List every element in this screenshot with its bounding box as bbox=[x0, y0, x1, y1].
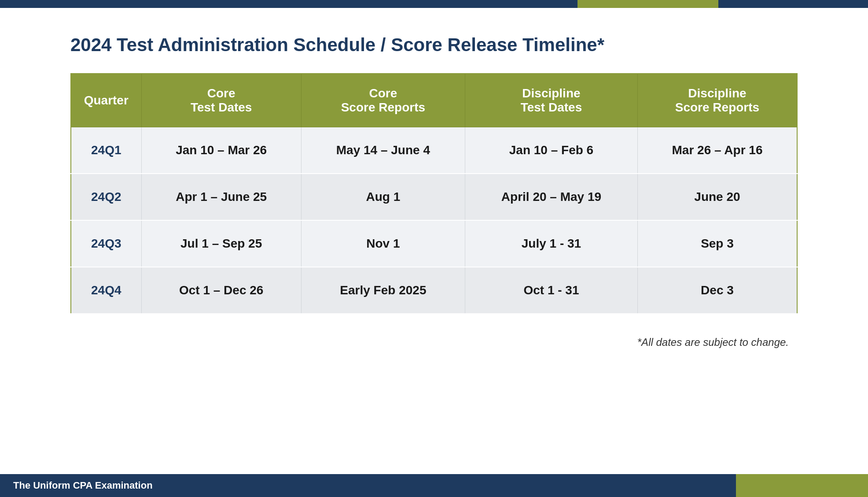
cell-discipline-score-reports-3: Sep 3 bbox=[637, 220, 797, 267]
col-header-core-score-reports: Core Score Reports bbox=[301, 74, 465, 127]
cell-core-score-reports-2: Aug 1 bbox=[301, 174, 465, 220]
col-header-core-test-dates: Core Test Dates bbox=[141, 74, 301, 127]
schedule-table: Quarter Core Test Dates Core Score Repor… bbox=[70, 73, 798, 314]
cell-quarter-4: 24Q4 bbox=[71, 267, 141, 314]
table-row: 24Q1 Jan 10 – Mar 26 May 14 – June 4 Jan… bbox=[71, 127, 797, 174]
cell-quarter-2: 24Q2 bbox=[71, 174, 141, 220]
cell-quarter-1: 24Q1 bbox=[71, 127, 141, 174]
cell-discipline-test-dates-4: Oct 1 - 31 bbox=[465, 267, 637, 314]
cell-discipline-score-reports-2: June 20 bbox=[637, 174, 797, 220]
cell-discipline-score-reports-1: Mar 26 – Apr 16 bbox=[637, 127, 797, 174]
cell-core-test-dates-1: Jan 10 – Mar 26 bbox=[141, 127, 301, 174]
cell-core-score-reports-3: Nov 1 bbox=[301, 220, 465, 267]
footer-label: The Uniform CPA Examination bbox=[13, 480, 153, 491]
col-header-discipline-score-reports: Discipline Score Reports bbox=[637, 74, 797, 127]
cell-core-test-dates-3: Jul 1 – Sep 25 bbox=[141, 220, 301, 267]
cell-quarter-3: 24Q3 bbox=[71, 220, 141, 267]
table-row: 24Q4 Oct 1 – Dec 26 Early Feb 2025 Oct 1… bbox=[71, 267, 797, 314]
cell-core-score-reports-1: May 14 – June 4 bbox=[301, 127, 465, 174]
table-header-row: Quarter Core Test Dates Core Score Repor… bbox=[71, 74, 797, 127]
top-bar bbox=[0, 0, 868, 8]
cell-discipline-score-reports-4: Dec 3 bbox=[637, 267, 797, 314]
cell-core-score-reports-4: Early Feb 2025 bbox=[301, 267, 465, 314]
table-row: 24Q3 Jul 1 – Sep 25 Nov 1 July 1 - 31 Se… bbox=[71, 220, 797, 267]
table-row: 24Q2 Apr 1 – June 25 Aug 1 April 20 – Ma… bbox=[71, 174, 797, 220]
cell-core-test-dates-4: Oct 1 – Dec 26 bbox=[141, 267, 301, 314]
top-bar-accent bbox=[577, 0, 718, 8]
page-title: 2024 Test Administration Schedule / Scor… bbox=[70, 34, 798, 56]
cell-discipline-test-dates-3: July 1 - 31 bbox=[465, 220, 637, 267]
cell-discipline-test-dates-2: April 20 – May 19 bbox=[465, 174, 637, 220]
main-content: 2024 Test Administration Schedule / Scor… bbox=[0, 8, 868, 366]
bottom-bar-accent bbox=[736, 474, 868, 497]
cell-discipline-test-dates-1: Jan 10 – Feb 6 bbox=[465, 127, 637, 174]
bottom-bar: The Uniform CPA Examination bbox=[0, 474, 868, 497]
cell-core-test-dates-2: Apr 1 – June 25 bbox=[141, 174, 301, 220]
footnote: *All dates are subject to change. bbox=[70, 336, 798, 349]
col-header-discipline-test-dates: Discipline Test Dates bbox=[465, 74, 637, 127]
col-header-quarter: Quarter bbox=[71, 74, 141, 127]
